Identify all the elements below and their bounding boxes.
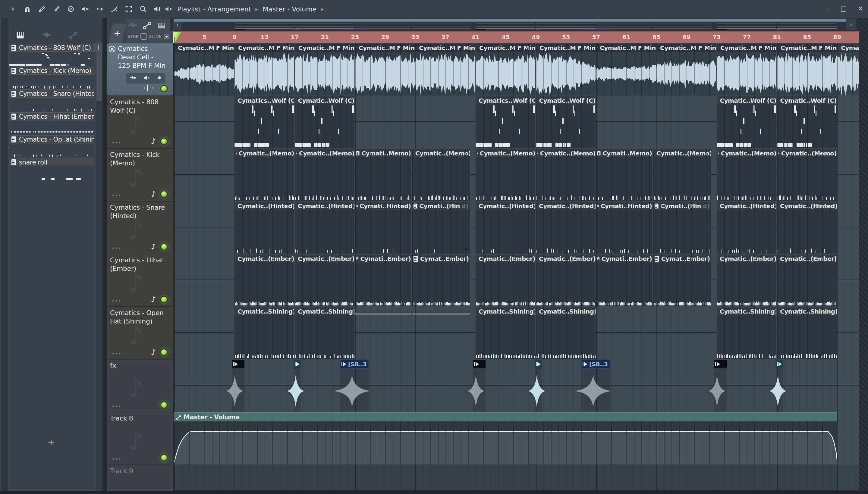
slip-stretch-icon-button[interactable] [95, 4, 104, 14]
pattern-clip[interactable]: Cymat..Ember) [412, 254, 470, 306]
pattern-clip[interactable]: Cymatic..(Ember) [717, 254, 776, 306]
pattern-clip[interactable]: Cymatic..(Memo) [476, 149, 535, 201]
piano-view-icon[interactable] [16, 31, 25, 40]
pattern-clip[interactable]: Cymatic..Shining) [536, 307, 595, 359]
picker-scrollbar[interactable] [96, 44, 102, 101]
minimize-button[interactable]: — [822, 5, 831, 12]
pattern-clip[interactable]: Cymatic..(Memo) [235, 149, 294, 201]
track-header-8[interactable]: ♪Track 8••• [107, 412, 173, 464]
audio-clip[interactable]: Cymatic..M F Min [355, 43, 415, 95]
track-header-9[interactable]: Track 9 [107, 465, 173, 491]
blend-notes-icon[interactable] [143, 83, 156, 94]
menu-arrow-icon-button[interactable] [8, 4, 17, 14]
track-enable-led[interactable] [160, 85, 168, 93]
picker-item-openhat[interactable]: Cymatics - Op..at (Shining) [9, 135, 94, 144]
audio-clip[interactable]: Cymatic..M F Min [476, 43, 535, 95]
pattern-clip[interactable]: Cymati..Memo) [355, 149, 411, 201]
audio-clip[interactable]: Cymatic..M F Min [777, 43, 837, 95]
fx-clip[interactable] [776, 360, 783, 368]
state-dot-icon[interactable] [157, 75, 162, 82]
pattern-clip[interactable]: Cymat..Ember) [653, 254, 711, 306]
wave-view-icon[interactable] [42, 31, 51, 40]
track-header-5[interactable]: ♪Cymatics - Hihat (Ember)♪••• [107, 254, 173, 306]
picker-item-hihat[interactable]: Cymatics - Hihat (Ember) [9, 112, 94, 120]
track-enable-led[interactable] [160, 401, 168, 409]
track-header-2[interactable]: ♪Cymatics - 808 Wolf (C)♪••• [107, 96, 173, 148]
pattern-clip[interactable]: Cymatic..Wolf (C) [777, 96, 837, 148]
audio-clip[interactable]: Cymatic..M F Min [596, 43, 656, 95]
picker-item-snare[interactable]: Cymatics - Snare (Hinted) [9, 90, 94, 98]
mute-icon-button[interactable] [81, 4, 90, 14]
breadcrumb-target[interactable]: Master - Volume [262, 5, 316, 13]
automation-clip-header[interactable]: Master - Volume [174, 412, 837, 421]
pattern-clip[interactable]: Cymatic..(Memo) [653, 149, 711, 201]
audio-clip[interactable]: Cymatic..M F Min [415, 43, 475, 95]
pattern-clip[interactable]: Cymatic..Shining) [476, 307, 535, 359]
picker-scroll-top-button[interactable] [94, 43, 103, 52]
playlist-grid[interactable]: Cymatic..M F MinCymatic..M F MinCymatic.… [174, 43, 859, 491]
scroll-right-button[interactable]: › [846, 19, 856, 30]
automation-view-icon[interactable] [69, 31, 78, 40]
track-enable-led[interactable] [160, 348, 168, 356]
audio-clip[interactable]: Cymatic..M F Min [295, 43, 354, 95]
record-into-icon[interactable] [129, 74, 136, 82]
pattern-clip[interactable]: Cymatic..(Memo) [412, 149, 470, 201]
pattern-clip[interactable]: Cymati..Ember) [596, 254, 652, 306]
pattern-clip[interactable]: Cymatic..(Ember) [536, 254, 595, 306]
picker-item-snareroll[interactable]: snare roll [9, 158, 94, 166]
pattern-clip[interactable]: Cymatic..(Ember) [295, 254, 354, 306]
piano-tool-icon[interactable] [157, 21, 166, 30]
pattern-clip[interactable]: Cymatic..Wolf (C) [295, 96, 354, 148]
pattern-clip[interactable]: Cymatic..(Hinted) [777, 202, 837, 254]
timeline-ruler[interactable]: 5913172125293337414549535761656973778185… [173, 31, 859, 44]
zoom-icon-button[interactable] [138, 4, 148, 14]
automation-curve[interactable] [174, 421, 837, 464]
playback-icon-button[interactable] [153, 4, 162, 14]
pattern-clip[interactable]: Cymatic..Shining) [295, 307, 354, 359]
fx-clip[interactable] [535, 360, 542, 368]
pattern-clip[interactable]: Cymatic..(Memo) [777, 149, 837, 201]
pattern-clip[interactable]: Cymati..Hinted) [596, 202, 652, 254]
step-checkbox[interactable] [141, 33, 147, 40]
track-header-4[interactable]: ♪Cymatics - Snare (Hinted)♪••• [107, 202, 173, 254]
pattern-clip[interactable]: Cymatic..Shining) [717, 307, 776, 359]
pattern-clip[interactable]: Cymatic..(Hinted) [295, 202, 354, 254]
playhead-marker[interactable] [173, 32, 183, 44]
slice-icon-button[interactable] [110, 4, 119, 14]
pattern-clip[interactable]: Cymatic..(Ember) [476, 254, 535, 306]
maximize-button[interactable]: □ [839, 5, 848, 12]
pattern-clip[interactable]: Cymatic..(Hinted) [536, 202, 595, 254]
pattern-clip[interactable]: Cymatics..Wolf (C) [476, 96, 535, 148]
pattern-clip[interactable]: Cymatic..(Ember) [235, 254, 294, 306]
pattern-clip[interactable]: Cymati..Hinted) [355, 202, 411, 254]
pattern-clip[interactable]: Cymatic..(Ember) [777, 254, 837, 306]
track-header-7[interactable]: ♪fx••• [107, 360, 173, 412]
pattern-clip[interactable]: Cymatic..(Memo) [295, 149, 354, 201]
picker-item-kick[interactable]: Cymatics - Kick (Memo) [9, 66, 94, 75]
breadcrumb-playlist[interactable]: Playlist - Arrangement [177, 5, 251, 13]
fx-clip[interactable]: [SB..3 [340, 360, 369, 368]
speaker-icon[interactable] [143, 74, 150, 82]
pattern-clip[interactable]: Cymatic..(Memo) [717, 149, 776, 201]
pattern-clip[interactable]: Cymati..Ember) [355, 254, 411, 306]
automation-tool-icon[interactable] [143, 21, 152, 30]
fx-clip[interactable] [714, 360, 727, 368]
audio-clip[interactable]: Cymatic..M F Min [657, 43, 716, 95]
track-enable-led[interactable] [160, 138, 168, 145]
wave-tool-icon[interactable] [128, 21, 137, 30]
audio-clip[interactable]: Cymatic..M F Min [536, 43, 595, 95]
picker-item-wolf[interactable]: Cymatics - 808 Wolf (C) [9, 44, 94, 52]
pattern-clip[interactable]: Cymatic..(Memo) [536, 149, 595, 201]
fx-clip[interactable] [294, 360, 301, 368]
add-arrangement-tab[interactable]: + [109, 23, 127, 43]
delete-icon-button[interactable] [66, 4, 75, 14]
slide-radio[interactable] [164, 34, 169, 39]
audio-clip[interactable]: Cymatic..M F Min [717, 43, 776, 95]
track-enable-led[interactable] [160, 243, 168, 251]
track-header-3[interactable]: ♪Cymatics - Kick (Memo)♪••• [107, 149, 173, 201]
draw-pencil-icon-button[interactable] [37, 4, 47, 14]
picker-add-button[interactable]: + [48, 437, 55, 447]
pattern-clip[interactable]: Cymatic..(Hinted) [235, 202, 294, 254]
pattern-clip[interactable]: Cymatic..(Hinted) [717, 202, 776, 254]
pattern-clip[interactable]: Cymatics..Wolf (C) [235, 96, 294, 148]
